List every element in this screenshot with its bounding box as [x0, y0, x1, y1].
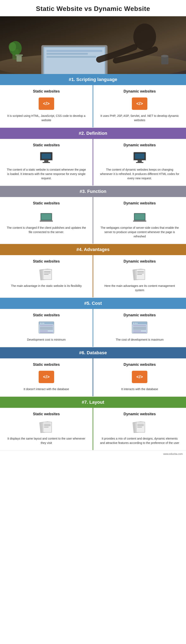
- right-title-definition: Dynamic websites: [100, 143, 180, 147]
- right-title-scripting: Dynamic websites: [100, 89, 180, 94]
- left-col-scripting: Static websites</>It is scripted using H…: [0, 85, 94, 127]
- left-title-cost: Static websites: [6, 313, 86, 317]
- comparison-row-database: Static websites</>It doesn't interact wi…: [0, 358, 186, 396]
- section-header-scripting: #1. Scripting language: [0, 74, 186, 85]
- icon-code: </>: [38, 370, 55, 384]
- left-text-scripting: It is scripted using HTML, JavaScript, C…: [6, 114, 86, 122]
- left-col-database: Static websites</>It doesn't interact wi…: [0, 358, 94, 396]
- svg-rect-7: [47, 56, 96, 58]
- svg-rect-5: [47, 50, 102, 52]
- icon-code: </>: [131, 370, 148, 384]
- svg-point-15: [161, 55, 168, 57]
- section-header-advantages: #4. Advantages: [0, 244, 186, 255]
- right-col-advantages: Dynamic websites Here the main advantage…: [94, 255, 186, 297]
- hero-image: [0, 16, 186, 74]
- right-text-database: It interacts with the database: [100, 387, 180, 391]
- left-col-definition: Static websites The content of a static …: [0, 139, 94, 186]
- section-definition: #2. DefinitionStatic websites The conten…: [0, 128, 186, 186]
- comparison-row-cost: Static websites Development cost is mini…: [0, 309, 186, 347]
- right-text-cost: The cost of development is maximum: [100, 338, 180, 342]
- left-text-cost: Development cost is minimum: [6, 338, 86, 342]
- svg-rect-14: [161, 56, 168, 64]
- right-col-function: Dynamic websites The webpages comprise o…: [94, 197, 186, 244]
- section-layout: #7. LayoutStatic websites It displays th…: [0, 397, 186, 450]
- section-scripting: #1. Scripting languageStatic websites</>…: [0, 74, 186, 128]
- section-database: #6. DatabaseStatic websites</>It doesn't…: [0, 347, 186, 397]
- comparison-row-advantages: Static websites The main advantage in th…: [0, 255, 186, 297]
- main-title: Static Website vs Dynamic Website: [0, 0, 186, 16]
- icon-monitor: [131, 150, 148, 165]
- left-col-layout: Static websites It displays the same lay…: [0, 408, 94, 450]
- comparison-row-definition: Static websites The content of a static …: [0, 139, 186, 186]
- icon-browser: [38, 320, 55, 335]
- right-col-database: Dynamic websites</>It interacts with the…: [94, 358, 186, 396]
- divider-definition: [92, 139, 93, 186]
- icon-files: [131, 419, 148, 434]
- right-col-scripting: Dynamic websites</>It uses PHP, JSP, ASP…: [94, 85, 186, 127]
- right-col-cost: Dynamic websites The cost of development…: [94, 309, 186, 347]
- right-text-definition: The content of dynamic websites keeps on…: [100, 168, 180, 180]
- icon-laptop: [38, 208, 55, 223]
- divider-advantages: [92, 255, 93, 297]
- icon-laptop: [131, 208, 148, 223]
- icon-code: </>: [38, 96, 55, 111]
- right-text-function: The webpages comprise of server-side cod…: [100, 226, 180, 239]
- divider-scripting: [92, 85, 93, 127]
- right-title-cost: Dynamic websites: [100, 313, 180, 317]
- right-title-layout: Dynamic websites: [100, 412, 180, 416]
- left-col-cost: Static websites Development cost is mini…: [0, 309, 94, 347]
- section-header-cost: #5. Cost: [0, 298, 186, 309]
- svg-rect-13: [16, 54, 23, 56]
- svg-point-11: [9, 42, 16, 51]
- icon-browser: [131, 320, 148, 335]
- divider-layout: [92, 408, 93, 450]
- icon-files: [38, 419, 55, 434]
- left-text-database: It doesn't interact with the database: [6, 387, 86, 391]
- right-col-definition: Dynamic websites The content of dynamic …: [94, 139, 186, 186]
- hero-svg: [0, 16, 186, 74]
- comparison-row-function: Static websites The content is changed i…: [0, 197, 186, 244]
- comparison-row-scripting: Static websites</>It is scripted using H…: [0, 85, 186, 127]
- footer: www.educba.com: [0, 450, 186, 458]
- right-title-function: Dynamic websites: [100, 201, 180, 206]
- icon-monitor: [38, 150, 55, 165]
- left-title-layout: Static websites: [6, 412, 86, 416]
- section-header-layout: #7. Layout: [0, 397, 186, 408]
- sections-container: #1. Scripting languageStatic websites</>…: [0, 74, 186, 450]
- left-text-definition: The content of a static website is const…: [6, 168, 86, 180]
- svg-rect-12: [17, 56, 22, 62]
- comparison-row-layout: Static websites It displays the same lay…: [0, 408, 186, 450]
- left-col-advantages: Static websites The main advantage in th…: [0, 255, 94, 297]
- left-title-definition: Static websites: [6, 143, 86, 147]
- left-col-function: Static websites The content is changed i…: [0, 197, 94, 244]
- section-header-function: #3. Function: [0, 186, 186, 197]
- section-function: #3. FunctionStatic websites The content …: [0, 186, 186, 244]
- divider-function: [92, 197, 93, 244]
- left-title-scripting: Static websites: [6, 89, 86, 94]
- right-title-advantages: Dynamic websites: [100, 259, 180, 264]
- section-advantages: #4. AdvantagesStatic websites The main a…: [0, 244, 186, 298]
- right-text-advantages: Here the main advantages are its content…: [100, 284, 180, 292]
- icon-files: [131, 266, 148, 281]
- left-text-function: The content is changed if the client pub…: [6, 226, 86, 234]
- left-title-advantages: Static websites: [6, 259, 86, 264]
- divider-database: [92, 358, 93, 396]
- divider-cost: [92, 309, 93, 347]
- right-text-layout: It provides a mix of content and designs…: [100, 436, 180, 445]
- right-col-layout: Dynamic websites It provides a mix of co…: [94, 408, 186, 450]
- right-text-scripting: It uses PHP, JSP, ASP, Servlet, and .NET…: [100, 114, 180, 122]
- left-title-database: Static websites: [6, 362, 86, 367]
- icon-code: </>: [131, 96, 148, 111]
- left-text-advantages: The main advantage in the static website…: [6, 284, 86, 288]
- icon-files: [38, 266, 55, 281]
- left-text-layout: It displays the same layout and content …: [6, 436, 86, 445]
- svg-rect-6: [47, 53, 88, 54]
- left-title-function: Static websites: [6, 201, 86, 206]
- right-title-database: Dynamic websites: [100, 362, 180, 367]
- section-header-definition: #2. Definition: [0, 128, 186, 139]
- section-header-database: #6. Database: [0, 347, 186, 358]
- section-cost: #5. CostStatic websites Development cost…: [0, 298, 186, 347]
